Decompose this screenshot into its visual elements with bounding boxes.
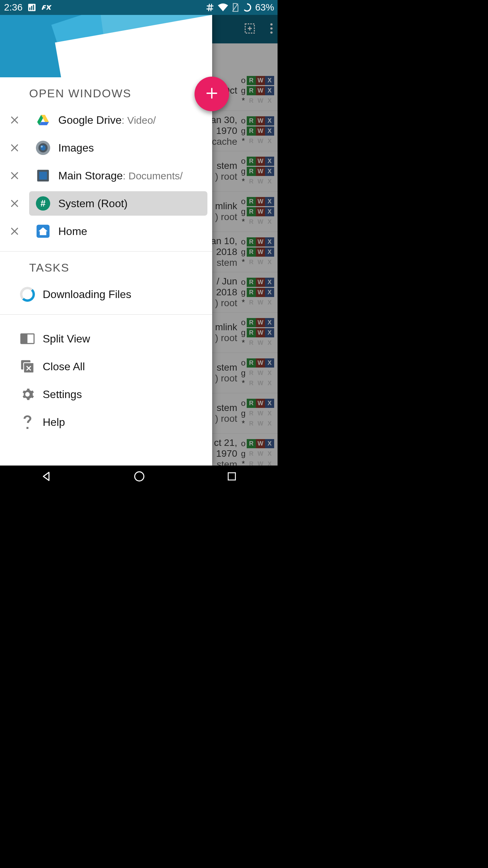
settings-menu-item[interactable]: Settings bbox=[0, 380, 212, 408]
open-window-item[interactable]: Home bbox=[29, 219, 207, 243]
svg-point-14 bbox=[41, 145, 43, 147]
close-window-button[interactable] bbox=[0, 171, 29, 181]
fx-logo-icon bbox=[163, 53, 204, 77]
open-window-item[interactable]: Images bbox=[29, 136, 207, 160]
gdrive-icon bbox=[35, 112, 51, 128]
navigation-drawer: OPEN WINDOWS Google Drive: Video/ImagesM… bbox=[0, 15, 212, 466]
svg-rect-1 bbox=[29, 7, 30, 10]
split-view-icon bbox=[20, 331, 35, 347]
window-title: System (Root) bbox=[58, 197, 127, 210]
progress-spinner-icon bbox=[20, 287, 35, 302]
storage-icon bbox=[35, 168, 51, 183]
window-title: Images bbox=[58, 142, 94, 154]
back-button[interactable] bbox=[40, 470, 53, 484]
drawer-header bbox=[0, 15, 212, 77]
svg-rect-25 bbox=[228, 473, 235, 480]
svg-rect-16 bbox=[39, 172, 47, 180]
chart-icon bbox=[27, 3, 36, 12]
svg-rect-3 bbox=[33, 5, 34, 10]
close-window-button[interactable] bbox=[0, 143, 29, 153]
wifi-icon bbox=[218, 3, 228, 12]
root-icon: # bbox=[35, 196, 51, 211]
open-window-item[interactable]: Main Storage: Documents/ bbox=[29, 163, 207, 188]
battery-circle-icon bbox=[242, 3, 252, 12]
window-title: Google Drive: Video/ bbox=[58, 114, 156, 126]
no-sim-icon bbox=[231, 3, 239, 12]
task-label: Downloading Files bbox=[43, 288, 131, 301]
hash-icon bbox=[206, 3, 215, 12]
window-title: Home bbox=[58, 225, 87, 238]
close-window-button[interactable] bbox=[0, 115, 29, 125]
menu-label: Split View bbox=[43, 333, 90, 345]
menu-label: Close All bbox=[43, 360, 85, 373]
close-all-menu-item[interactable]: Close All bbox=[0, 353, 212, 380]
task-item[interactable]: Downloading Files bbox=[0, 280, 212, 308]
open-window-item[interactable]: Google Drive: Video/ bbox=[29, 108, 207, 132]
close-all-icon bbox=[20, 359, 35, 374]
split-view-menu-item[interactable]: Split View bbox=[0, 325, 212, 353]
tasks-heading: TASKS bbox=[0, 252, 212, 280]
images-icon bbox=[35, 140, 51, 156]
svg-rect-2 bbox=[31, 6, 32, 10]
status-bar: 2:36 63% bbox=[0, 0, 278, 15]
open-window-item[interactable]: #System (Root) bbox=[29, 191, 207, 216]
svg-text:#: # bbox=[41, 198, 46, 209]
open-windows-heading: OPEN WINDOWS bbox=[0, 77, 212, 106]
gear-icon bbox=[20, 387, 35, 402]
new-window-fab[interactable] bbox=[195, 77, 229, 111]
help-menu-item[interactable]: Help bbox=[0, 408, 212, 436]
fx-app-icon bbox=[41, 3, 53, 12]
home-icon bbox=[35, 223, 51, 239]
question-icon bbox=[20, 414, 35, 430]
svg-rect-21 bbox=[27, 334, 34, 343]
svg-point-24 bbox=[135, 472, 144, 481]
home-button[interactable] bbox=[133, 470, 145, 484]
menu-label: Settings bbox=[43, 388, 82, 401]
recents-button[interactable] bbox=[226, 471, 237, 483]
menu-label: Help bbox=[43, 416, 65, 429]
battery-percent: 63% bbox=[255, 2, 274, 13]
plus-icon bbox=[205, 86, 219, 102]
status-time: 2:36 bbox=[4, 2, 23, 13]
close-window-button[interactable] bbox=[0, 226, 29, 236]
close-window-button[interactable] bbox=[0, 198, 29, 209]
system-nav-bar bbox=[0, 466, 278, 488]
window-title: Main Storage: Documents/ bbox=[58, 170, 183, 182]
svg-point-5 bbox=[243, 4, 250, 11]
